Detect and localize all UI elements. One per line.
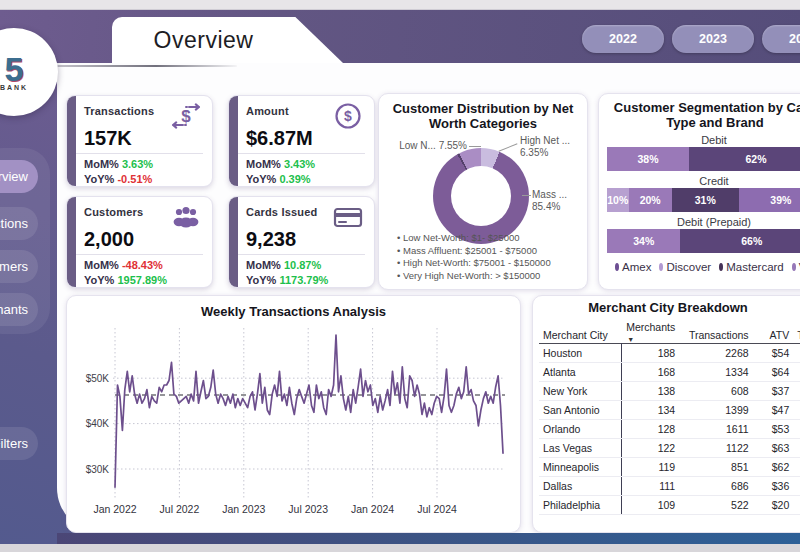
note-item: Mass Affluent: $25001 - $75000 xyxy=(397,245,551,258)
sidebar-item-merchants[interactable]: Merchants xyxy=(0,293,38,326)
legend-dot xyxy=(615,263,619,271)
bank-logo-numeral: 5 xyxy=(5,54,24,84)
table-row[interactable]: Atlanta1681334$64 xyxy=(539,363,800,382)
cell-value: 109 xyxy=(621,496,679,515)
kpi-value: 157K xyxy=(84,127,203,150)
column-header[interactable]: Merchants▼ xyxy=(621,315,679,344)
legend-dot xyxy=(719,263,723,271)
cell-value xyxy=(793,401,800,420)
kpi-label: Customers xyxy=(84,204,143,218)
column-header[interactable]: Transactions xyxy=(679,315,752,344)
bar-segment[interactable]: 38% xyxy=(607,147,689,171)
cell-merchant-city: Philadelphia xyxy=(539,496,621,515)
sidebar-item-transactions[interactable]: Transactions xyxy=(0,207,38,240)
kpi-card-transactions[interactable]: Transactions $ 157K MoM% 3.63% YoY% -0.5… xyxy=(66,95,213,187)
segmentation-title: Customer Segmentation by Card Type and B… xyxy=(607,100,800,130)
bar-segment[interactable]: 62% xyxy=(689,147,800,171)
kpi-value: 2,000 xyxy=(84,228,203,251)
page-title: Overview xyxy=(154,27,254,54)
table-row[interactable]: Orlando1281611$53 xyxy=(539,420,800,439)
kpi-yoy-row: YoY% 0.39% xyxy=(246,172,365,187)
bar-segment[interactable]: 39% xyxy=(739,188,800,212)
cell-value xyxy=(793,382,800,401)
donut-chart[interactable] xyxy=(433,148,529,244)
sort-descending-icon: ▼ xyxy=(627,336,634,343)
cell-merchant-city: Dallas xyxy=(539,477,621,496)
year-filter-2024[interactable]: 2024 xyxy=(762,25,800,53)
segmentation-bars[interactable]: Debit38%62%Credit10%20%31%39%Debit (Prep… xyxy=(607,133,800,253)
stacked-bar[interactable]: 38%62% xyxy=(607,147,800,171)
bar-segment[interactable]: 66% xyxy=(680,229,800,253)
divider xyxy=(238,254,365,255)
divider xyxy=(238,153,365,154)
cell-value: $62 xyxy=(753,458,794,477)
divider xyxy=(76,254,203,255)
cell-value: 1334 xyxy=(679,363,752,382)
note-item: Low Net-Worth: $1- $25000 xyxy=(397,232,551,245)
cell-value: $36 xyxy=(753,477,794,496)
svg-text:$: $ xyxy=(344,108,352,124)
svg-text:Jul 2023: Jul 2023 xyxy=(288,503,328,515)
table-row[interactable]: New York138608$37 xyxy=(539,382,800,401)
kpi-mom-row: MoM% 3.63% xyxy=(84,157,203,172)
top-frame-strip xyxy=(0,0,800,10)
cell-value: 134 xyxy=(621,401,679,420)
leader-line xyxy=(522,195,531,196)
weekly-transactions-panel: Weekly Transactions Analysis $50K$40K$30… xyxy=(66,295,521,533)
donut-callout-high-value: 6.35% xyxy=(520,147,548,159)
stacked-bar[interactable]: 10%20%31%39% xyxy=(607,188,800,212)
table-row[interactable]: Dallas111686$36 xyxy=(539,477,800,496)
cell-value: $64 xyxy=(753,363,794,382)
bar-segment[interactable]: 10% xyxy=(607,188,629,212)
legend-dot xyxy=(792,263,796,271)
table-row[interactable]: Philadelphia109522$20 xyxy=(539,496,800,515)
bar-group-label: Debit (Prepaid) xyxy=(607,215,800,229)
donut-callout-mass-value: 85.4% xyxy=(532,201,560,213)
kpi-mom-value: 3.43% xyxy=(284,158,315,170)
note-item: Very High Net-Worth: > $150000 xyxy=(397,270,551,283)
table-row[interactable]: Minneapolis119851$62 xyxy=(539,458,800,477)
table-row[interactable]: Houston1882268$54 xyxy=(539,344,800,363)
kpi-card-cards-issued[interactable]: Cards Issued 9,238 MoM% 10.87% YoY% 1173… xyxy=(228,196,375,288)
column-header[interactable]: Merchant City xyxy=(539,315,621,344)
cell-merchant-city: Las Vegas xyxy=(539,439,621,458)
people-icon xyxy=(169,204,203,230)
dollar-exchange-icon: $ xyxy=(169,103,203,129)
svg-text:$: $ xyxy=(181,107,191,126)
dollar-circle-icon: $ xyxy=(331,103,365,129)
stacked-bar[interactable]: 34%66% xyxy=(607,229,800,253)
sidebar-item-filters[interactable]: Filters xyxy=(0,427,38,460)
svg-text:$40K: $40K xyxy=(86,418,110,429)
bar-segment[interactable]: 20% xyxy=(629,188,672,212)
bottom-frame-strip xyxy=(0,544,800,552)
svg-text:$50K: $50K xyxy=(86,373,110,384)
sidebar-item-customers[interactable]: Customers xyxy=(0,250,38,283)
note-item: High Net-Worth: $75001 - $150000 xyxy=(397,257,551,270)
cell-value: 122 xyxy=(621,439,679,458)
year-filter-2023[interactable]: 2023 xyxy=(672,25,754,53)
cell-value: 1122 xyxy=(679,439,752,458)
kpi-mom-row: MoM% 10.87% xyxy=(246,258,365,273)
leader-line xyxy=(499,143,518,151)
kpi-label: Amount xyxy=(246,103,289,117)
kpi-label: Cards Issued xyxy=(246,204,317,218)
bar-segment[interactable]: 34% xyxy=(607,229,680,253)
bar-segment[interactable]: 31% xyxy=(672,188,739,212)
year-filter-2022[interactable]: 2022 xyxy=(582,25,664,53)
table-row[interactable]: San Antonio1341399$47 xyxy=(539,401,800,420)
kpi-card-amount[interactable]: Amount $ $6.87M MoM% 3.43% YoY% 0.39% xyxy=(228,95,375,187)
cell-merchant-city: Atlanta xyxy=(539,363,621,382)
kpi-card-customers[interactable]: Customers 2,000 MoM% -48.43% YoY% 1957.8… xyxy=(66,196,213,288)
leader-line xyxy=(469,146,481,147)
weekly-transactions-chart[interactable]: $50K$40K$30KJan 2022Jul 2022Jan 2023Jul … xyxy=(75,320,515,526)
cell-value: 188 xyxy=(621,344,679,363)
cell-value: 851 xyxy=(679,458,752,477)
cell-value: $20 xyxy=(753,496,794,515)
sidebar-item-overview[interactable]: Overview xyxy=(0,160,38,193)
cell-value xyxy=(793,496,800,515)
kpi-mom-row: MoM% 3.43% xyxy=(246,157,365,172)
legend-dot xyxy=(659,263,663,271)
column-header[interactable]: ATV xyxy=(753,315,794,344)
table-row[interactable]: Las Vegas1221122$63 xyxy=(539,439,800,458)
column-header[interactable]: AVG Transactions xyxy=(793,315,800,344)
